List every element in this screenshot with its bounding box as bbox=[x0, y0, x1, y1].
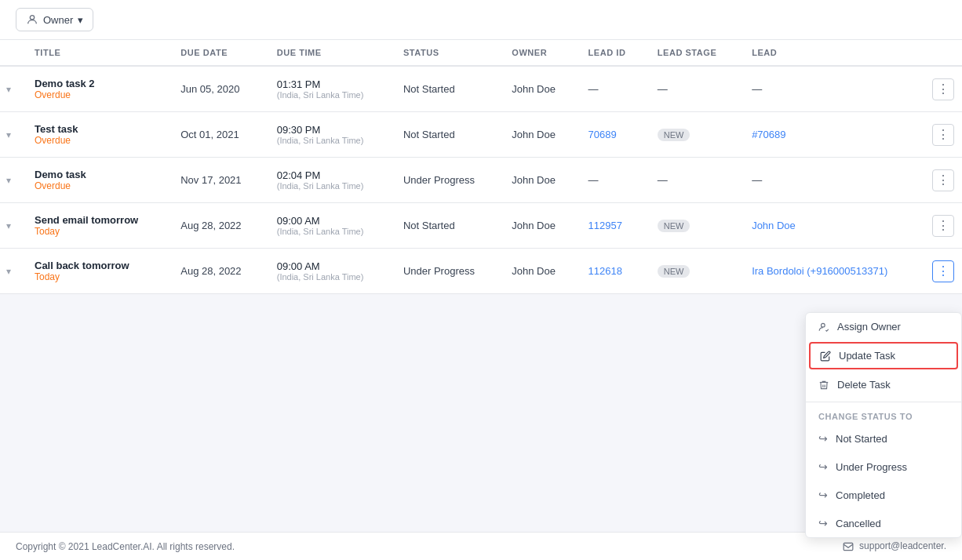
arrow-icon: ↪ bbox=[818, 460, 828, 473]
update-task-menu-item[interactable]: Update Task bbox=[809, 342, 958, 369]
due-time-cell: 09:30 PM (India, Sri Lanka Time) bbox=[266, 112, 392, 158]
support-email: support@leadcenter. bbox=[843, 540, 946, 552]
expand-cell[interactable]: ▾ bbox=[0, 112, 24, 158]
lead-stage-dash: — bbox=[658, 174, 668, 186]
lead-id-dash: — bbox=[588, 174, 599, 186]
lead-stage-cell: — bbox=[647, 66, 741, 112]
time-main: 01:31 PM bbox=[277, 78, 381, 90]
col-lead-id: LEAD ID bbox=[578, 40, 647, 66]
due-time-cell: 01:31 PM (India, Sri Lanka Time) bbox=[266, 66, 392, 112]
delete-task-menu-item[interactable]: Delete Task bbox=[806, 371, 961, 398]
col-lead: LEAD bbox=[741, 40, 924, 66]
task-title: Call back tomorrow bbox=[35, 260, 159, 271]
actions-button[interactable]: ⋮ bbox=[932, 260, 954, 282]
due-date-cell: Nov 17, 2021 bbox=[169, 158, 265, 203]
arrow-icon: ↪ bbox=[818, 489, 828, 501]
lead-id-cell[interactable]: 70689 bbox=[578, 112, 647, 158]
assign-owner-menu-item[interactable]: Assign Owner bbox=[806, 313, 961, 340]
lead-cell[interactable]: #70689 bbox=[741, 112, 924, 158]
status-cell: Not Started bbox=[392, 203, 501, 249]
lead-stage-cell: NEW bbox=[647, 249, 741, 294]
time-main: 09:00 AM bbox=[277, 260, 381, 272]
task-subtitle: Overdue bbox=[35, 135, 159, 146]
title-cell: Call back tomorrow Today bbox=[24, 249, 169, 294]
task-title: Send email tomorrow bbox=[35, 214, 159, 226]
owner-icon bbox=[26, 13, 38, 26]
status-not-started[interactable]: ↪ Not Started bbox=[806, 424, 961, 453]
table-row: ▾ Test task Overdue Oct 01, 2021 09:30 P… bbox=[0, 112, 962, 158]
lead-stage-cell: NEW bbox=[647, 112, 741, 158]
arrow-icon: ↪ bbox=[818, 432, 828, 445]
table-row: ▾ Call back tomorrow Today Aug 28, 2022 … bbox=[0, 249, 962, 294]
chevron-icon: ▾ bbox=[6, 129, 11, 140]
task-title: Demo task 2 bbox=[35, 78, 159, 89]
tasks-table: TITLE DUE DATE DUE TIME STATUS OWNER LEA… bbox=[0, 40, 962, 294]
status-completed[interactable]: ↪ Completed bbox=[806, 481, 961, 509]
time-main: 02:04 PM bbox=[277, 169, 381, 181]
lead-id-link[interactable]: 112957 bbox=[588, 220, 622, 231]
lead-cell: — bbox=[741, 158, 924, 203]
time-sub: (India, Sri Lanka Time) bbox=[277, 181, 381, 191]
table-row: ▾ Demo task 2 Overdue Jun 05, 2020 01:31… bbox=[0, 66, 962, 112]
change-status-label: CHANGE STATUS TO bbox=[806, 405, 961, 424]
time-main: 09:00 AM bbox=[277, 215, 381, 227]
time-main: 09:30 PM bbox=[277, 124, 381, 136]
owner-label: Owner bbox=[43, 14, 73, 26]
col-actions bbox=[924, 40, 962, 66]
task-subtitle: Overdue bbox=[35, 89, 159, 100]
actions-cell: ⋮ bbox=[924, 249, 962, 294]
actions-button[interactable]: ⋮ bbox=[932, 124, 954, 146]
status-cancelled[interactable]: ↪ Cancelled bbox=[806, 509, 961, 537]
lead-id-cell[interactable]: 112957 bbox=[578, 203, 647, 249]
lead-id-cell: — bbox=[578, 158, 647, 203]
lead-cell: — bbox=[741, 66, 924, 112]
lead-link[interactable]: #70689 bbox=[752, 129, 785, 140]
table-row: ▾ Demo task Overdue Nov 17, 2021 02:04 P… bbox=[0, 158, 962, 203]
lead-link[interactable]: Ira Bordoloi (+916000513371) bbox=[752, 265, 887, 277]
delete-task-label: Delete Task bbox=[837, 379, 891, 391]
actions-button[interactable]: ⋮ bbox=[932, 78, 954, 100]
menu-divider bbox=[806, 402, 961, 402]
expand-cell[interactable]: ▾ bbox=[0, 249, 24, 294]
due-time-cell: 02:04 PM (India, Sri Lanka Time) bbox=[266, 158, 392, 203]
lead-cell[interactable]: Ira Bordoloi (+916000513371) bbox=[741, 249, 924, 294]
lead-id-link[interactable]: 70689 bbox=[588, 129, 617, 140]
lead-dash: — bbox=[752, 83, 762, 95]
lead-cell[interactable]: John Doe bbox=[741, 203, 924, 249]
expand-cell[interactable]: ▾ bbox=[0, 203, 24, 249]
lead-link[interactable]: John Doe bbox=[752, 220, 796, 231]
chevron-icon: ▾ bbox=[6, 220, 11, 231]
col-owner: OWNER bbox=[501, 40, 577, 66]
actions-cell: ⋮ bbox=[924, 158, 962, 203]
table-header-row: TITLE DUE DATE DUE TIME STATUS OWNER LEA… bbox=[0, 40, 962, 66]
actions-button[interactable]: ⋮ bbox=[932, 215, 954, 237]
time-sub: (India, Sri Lanka Time) bbox=[277, 227, 381, 236]
status-under-progress[interactable]: ↪ Under Progress bbox=[806, 453, 961, 481]
tasks-table-container: TITLE DUE DATE DUE TIME STATUS OWNER LEA… bbox=[0, 40, 962, 294]
lead-id-cell[interactable]: 112618 bbox=[578, 249, 647, 294]
col-lead-stage: LEAD STAGE bbox=[647, 40, 741, 66]
time-sub: (India, Sri Lanka Time) bbox=[277, 136, 381, 145]
owner-dropdown[interactable]: Owner ▾ bbox=[16, 8, 93, 31]
task-title: Demo task bbox=[35, 169, 159, 180]
expand-cell[interactable]: ▾ bbox=[0, 66, 24, 112]
lead-stage-badge: NEW bbox=[658, 265, 691, 278]
due-time-cell: 09:00 AM (India, Sri Lanka Time) bbox=[266, 203, 392, 249]
status-cell: Under Progress bbox=[392, 158, 501, 203]
due-date-cell: Aug 28, 2022 bbox=[169, 249, 265, 294]
title-cell: Demo task 2 Overdue bbox=[24, 66, 169, 112]
due-time-cell: 09:00 AM (India, Sri Lanka Time) bbox=[266, 249, 392, 294]
chevron-icon: ▾ bbox=[6, 266, 11, 277]
lead-stage-badge: NEW bbox=[658, 220, 691, 232]
owner-cell: John Doe bbox=[501, 112, 577, 158]
lead-id-link[interactable]: 112618 bbox=[588, 265, 622, 277]
expand-cell[interactable]: ▾ bbox=[0, 158, 24, 203]
status-not-started-label: Not Started bbox=[836, 433, 887, 445]
update-task-icon bbox=[820, 351, 831, 362]
update-task-label: Update Task bbox=[839, 350, 895, 362]
owner-cell: John Doe bbox=[501, 249, 577, 294]
lead-stage-dash: — bbox=[658, 83, 668, 95]
title-cell: Demo task Overdue bbox=[24, 158, 169, 203]
actions-button[interactable]: ⋮ bbox=[932, 169, 954, 191]
task-title: Test task bbox=[35, 123, 159, 135]
